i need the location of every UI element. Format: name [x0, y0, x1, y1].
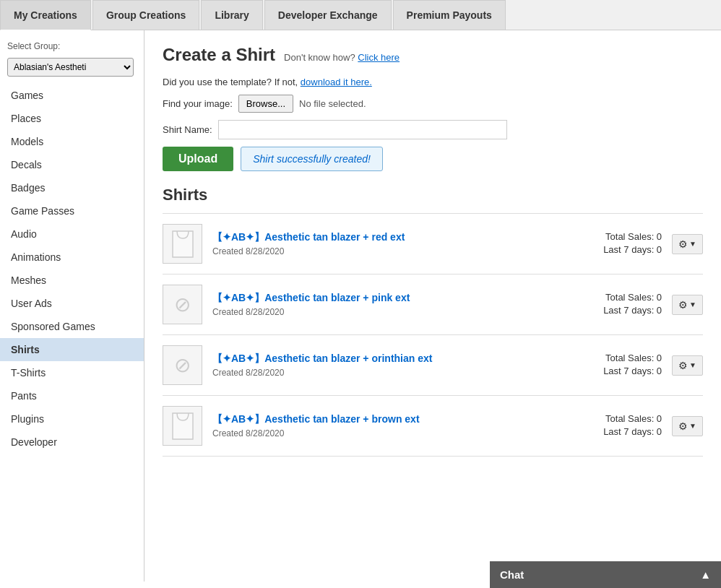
find-image-row: Find your image: Browse... No file selec… — [163, 95, 703, 113]
gear-icon-1: ⚙ — [678, 238, 688, 250]
sidebar-item-badges[interactable]: Badges — [0, 176, 144, 199]
no-image-icon-3: ⊘ — [174, 353, 191, 377]
gear-icon-4: ⚙ — [678, 420, 688, 432]
tabs-bar: My Creations Group Creations Library Dev… — [0, 0, 721, 30]
shirt-name-label: Shirt Name: — [163, 124, 212, 135]
select-group-label: Select Group: — [0, 38, 144, 55]
no-image-icon-2: ⊘ — [174, 293, 191, 316]
chevron-down-icon-2: ▼ — [689, 301, 696, 308]
template-row: Did you use the template? If not, downlo… — [163, 77, 703, 87]
tab-developer-exchange[interactable]: Developer Exchange — [264, 0, 392, 30]
shirt-created-3: Created 8/28/2020 — [212, 368, 558, 378]
sidebar-item-game-passes[interactable]: Game Passes — [0, 199, 144, 222]
tab-premium-payouts[interactable]: Premium Payouts — [393, 0, 506, 30]
upload-button[interactable]: Upload — [163, 147, 233, 171]
table-row: ⊘ 【✦AB✦】Aesthetic tan blazer + pink ext … — [163, 274, 703, 335]
gear-button-2[interactable]: ⚙ ▼ — [672, 295, 703, 315]
sidebar-item-pants[interactable]: Pants — [0, 384, 144, 407]
chat-expand-icon: ▲ — [700, 568, 711, 581]
last7-2: Last 7 days: 0 — [568, 305, 662, 316]
gear-button-3[interactable]: ⚙ ▼ — [672, 355, 703, 376]
create-title: Create a Shirt — [163, 45, 275, 65]
sidebar-item-developer[interactable]: Developer — [0, 431, 144, 454]
hint-prefix: Don't know how? — [284, 52, 355, 63]
shirt-name-3[interactable]: 【✦AB✦】Aesthetic tan blazer + orinthian e… — [212, 353, 432, 364]
sidebar-item-shirts[interactable]: Shirts — [0, 338, 144, 361]
shirt-thumbnail-4 — [163, 406, 202, 446]
shirt-thumbnail-3: ⊘ — [163, 345, 202, 385]
main-content: Create a Shirt Don't know how? Click her… — [144, 30, 721, 581]
sidebar-item-t-shirts[interactable]: T-Shirts — [0, 361, 144, 384]
sidebar-item-places[interactable]: Places — [0, 107, 144, 130]
no-file-label: No file selected. — [299, 98, 366, 109]
sidebar-item-decals[interactable]: Decals — [0, 153, 144, 176]
shirt-created-2: Created 8/28/2020 — [212, 307, 558, 317]
gear-button-4[interactable]: ⚙ ▼ — [672, 416, 703, 436]
shirt-thumbnail-2: ⊘ — [163, 285, 202, 324]
create-header: Create a Shirt Don't know how? Click her… — [163, 45, 703, 65]
shirt-stats-3: Total Sales: 0 Last 7 days: 0 — [568, 353, 662, 379]
chevron-down-icon-4: ▼ — [689, 422, 696, 430]
shirt-info-3: 【✦AB✦】Aesthetic tan blazer + orinthian e… — [212, 353, 558, 378]
last7-3: Last 7 days: 0 — [568, 366, 662, 376]
table-row: 【✦AB✦】Aesthetic tan blazer + red ext Cre… — [163, 214, 703, 274]
sidebar-item-games[interactable]: Games — [0, 84, 144, 107]
hint-link[interactable]: Click here — [358, 52, 400, 63]
browse-button[interactable]: Browse... — [238, 95, 293, 113]
template-link[interactable]: download it here. — [301, 77, 372, 87]
success-badge: Shirt successfully created! — [241, 147, 383, 171]
chat-label: Chat — [500, 568, 524, 581]
shirt-name-4[interactable]: 【✦AB✦】Aesthetic tan blazer + brown ext — [212, 413, 420, 425]
action-row: Upload Shirt successfully created! — [163, 147, 703, 171]
table-row: ⊘ 【✦AB✦】Aesthetic tan blazer + orinthian… — [163, 335, 703, 396]
gear-icon-3: ⚙ — [678, 360, 688, 371]
total-sales-2: Total Sales: 0 — [568, 292, 662, 303]
tab-my-creations[interactable]: My Creations — [0, 0, 91, 30]
sidebar-item-meshes[interactable]: Meshes — [0, 269, 144, 292]
shirt-info-1: 【✦AB✦】Aesthetic tan blazer + red ext Cre… — [212, 231, 558, 256]
table-row: 【✦AB✦】Aesthetic tan blazer + brown ext C… — [163, 396, 703, 457]
sidebar-item-plugins[interactable]: Plugins — [0, 407, 144, 431]
sidebar-item-user-ads[interactable]: User Ads — [0, 292, 144, 315]
shirt-name-input[interactable] — [218, 120, 507, 139]
find-image-label: Find your image: — [163, 98, 233, 109]
gear-icon-2: ⚙ — [678, 299, 688, 311]
sidebar: Select Group: Ablasian's Aestheti Games … — [0, 30, 144, 581]
tab-group-creations[interactable]: Group Creations — [92, 0, 199, 30]
total-sales-3: Total Sales: 0 — [568, 353, 662, 363]
chat-bar[interactable]: Chat ▲ — [490, 561, 721, 581]
create-hint: Don't know how? Click here — [284, 52, 400, 63]
gear-button-1[interactable]: ⚙ ▼ — [672, 234, 703, 254]
sidebar-item-sponsored-games[interactable]: Sponsored Games — [0, 315, 144, 338]
total-sales-4: Total Sales: 0 — [568, 413, 662, 424]
tab-library[interactable]: Library — [201, 0, 262, 30]
shirt-info-4: 【✦AB✦】Aesthetic tan blazer + brown ext C… — [212, 413, 558, 438]
shirt-info-2: 【✦AB✦】Aesthetic tan blazer + pink ext Cr… — [212, 292, 558, 317]
shirts-section-title: Shirts — [163, 186, 703, 204]
template-text: Did you use the template? If not, — [163, 77, 298, 87]
shirt-stats-4: Total Sales: 0 Last 7 days: 0 — [568, 413, 662, 439]
last7-4: Last 7 days: 0 — [568, 426, 662, 437]
group-select[interactable]: Ablasian's Aestheti — [7, 58, 134, 77]
main-layout: Select Group: Ablasian's Aestheti Games … — [0, 30, 721, 581]
shirt-name-2[interactable]: 【✦AB✦】Aesthetic tan blazer + pink ext — [212, 292, 410, 303]
sidebar-item-animations[interactable]: Animations — [0, 246, 144, 269]
chevron-down-icon-1: ▼ — [689, 240, 696, 248]
chevron-down-icon-3: ▼ — [689, 361, 696, 369]
sidebar-item-models[interactable]: Models — [0, 130, 144, 153]
total-sales-1: Total Sales: 0 — [568, 231, 662, 242]
shirt-created-4: Created 8/28/2020 — [212, 428, 558, 438]
shirt-list: 【✦AB✦】Aesthetic tan blazer + red ext Cre… — [163, 213, 703, 457]
shirt-stats-2: Total Sales: 0 Last 7 days: 0 — [568, 292, 662, 318]
shirt-stats-1: Total Sales: 0 Last 7 days: 0 — [568, 231, 662, 257]
shirt-created-1: Created 8/28/2020 — [212, 246, 558, 256]
sidebar-item-audio[interactable]: Audio — [0, 222, 144, 246]
shirt-name-1[interactable]: 【✦AB✦】Aesthetic tan blazer + red ext — [212, 231, 405, 243]
shirt-thumbnail-1 — [163, 224, 202, 264]
shirt-name-row: Shirt Name: — [163, 120, 703, 139]
last7-1: Last 7 days: 0 — [568, 244, 662, 255]
